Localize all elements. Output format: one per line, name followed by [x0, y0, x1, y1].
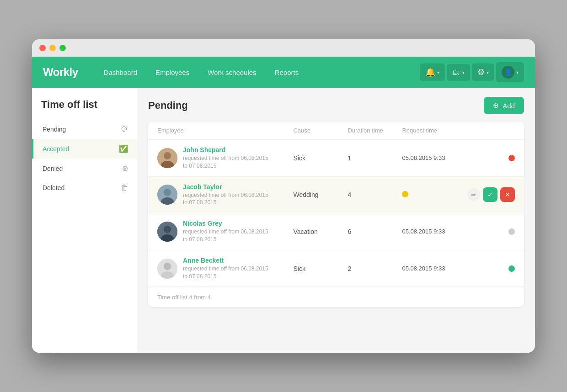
table-row: Nicolas Grey requested time off from 06.… — [148, 213, 524, 250]
cause-cell-nicolas: Vacation — [293, 228, 348, 235]
nicolas-avatar-svg — [157, 222, 177, 242]
add-button-label: Add — [503, 102, 515, 110]
avatar-john — [157, 148, 177, 168]
x-circle-icon: ⊗ — [122, 164, 128, 173]
col-request-time: Request time — [402, 127, 478, 134]
anne-avatar-svg — [157, 259, 177, 279]
status-dot-red — [508, 155, 515, 161]
request-time-cell-nicolas: 05.08.2015 9:33 — [402, 228, 478, 235]
cause-cell-anne: Sick — [293, 265, 348, 272]
sidebar-item-pending-label: Pending — [43, 126, 66, 133]
logo: Workly — [43, 66, 78, 79]
employee-cell-nicolas: Nicolas Grey requested time off from 06.… — [157, 220, 293, 244]
avatar-anne — [157, 259, 177, 279]
status-cell-john — [478, 155, 515, 161]
check-circle-icon: ✅ — [119, 144, 128, 153]
navbar: Workly Dashboard Employees Work schedule… — [32, 57, 535, 88]
nav-dashboard[interactable]: Dashboard — [96, 65, 144, 80]
user-profile-button[interactable]: 👤 ▾ — [496, 62, 524, 82]
employee-name-jacob: Jacob Taylor — [183, 183, 268, 191]
nav-employees[interactable]: Employees — [148, 65, 197, 80]
sidebar-item-deleted[interactable]: Deleted 🗑 — [32, 178, 137, 197]
status-cell-nicolas — [478, 228, 515, 235]
john-avatar-svg — [157, 148, 177, 168]
employee-name-john: John Shepard — [183, 146, 268, 154]
titlebar — [32, 39, 535, 57]
status-dot-yellow — [402, 191, 408, 197]
app-window: Workly Dashboard Employees Work schedule… — [32, 39, 535, 353]
approve-button-jacob[interactable]: ✓ — [483, 187, 497, 202]
employee-info-jacob: Jacob Taylor requested time off from 06.… — [183, 183, 268, 207]
sidebar-item-pending[interactable]: Pending ⏱ — [32, 120, 137, 139]
chevron-down-icon: ▾ — [462, 70, 465, 75]
nav-actions: 🔔 ▾ 🗂 ▾ ⚙ ▾ 👤 ▾ — [420, 62, 524, 82]
employee-name-anne: Anne Beckett — [183, 257, 268, 264]
employee-sub-anne: requested time off from 06.08.2015to 07.… — [183, 265, 268, 281]
duration-cell-anne: 2 — [348, 265, 402, 272]
add-button[interactable]: ⊕ Add — [484, 97, 524, 114]
action-buttons-jacob: ✏ ✓ ✕ — [467, 187, 515, 202]
chevron-down-icon: ▾ — [516, 70, 519, 75]
content-header: Pending ⊕ Add — [148, 97, 524, 114]
edit-button-jacob[interactable]: ✏ — [467, 188, 480, 201]
col-duration: Duration time — [348, 127, 402, 134]
svg-point-10 — [164, 263, 171, 270]
employee-info-anne: Anne Beckett requested time off from 06.… — [183, 257, 268, 281]
folder-button[interactable]: 🗂 ▾ — [447, 64, 470, 81]
sidebar-item-denied[interactable]: Denied ⊗ — [32, 159, 137, 178]
gear-icon: ⚙ — [477, 67, 485, 77]
maximize-button[interactable] — [59, 45, 66, 51]
request-time-cell-john: 05.08.2015 9:33 — [402, 154, 478, 161]
notifications-button[interactable]: 🔔 ▾ — [420, 64, 445, 81]
main-content: Time off list Pending ⏱ Accepted ✅ Denie… — [32, 88, 535, 353]
employee-sub-john: requested time off from 06.08.2015to 07.… — [183, 154, 268, 170]
svg-point-7 — [164, 226, 171, 233]
nav-reports[interactable]: Reports — [267, 65, 306, 80]
request-time-cell-anne: 05.08.2015 9:33 — [402, 265, 478, 272]
status-dot-green — [508, 265, 515, 272]
time-off-table: Employee Cause Duration time Request tim… — [148, 122, 524, 307]
sidebar-title: Time off list — [32, 99, 137, 120]
nav-work-schedules[interactable]: Work schedules — [200, 65, 263, 80]
table-footer: Time off list 4 from 4 — [148, 287, 524, 307]
duration-cell-nicolas: 6 — [348, 228, 402, 235]
employee-sub-nicolas: requested time off from 06.08.2015to 07.… — [183, 228, 268, 244]
trash-icon: 🗑 — [121, 184, 128, 192]
col-cause: Cause — [293, 127, 348, 134]
status-cell-anne — [478, 265, 515, 272]
chevron-down-icon: ▾ — [487, 70, 489, 75]
nav-links: Dashboard Employees Work schedules Repor… — [96, 65, 420, 80]
table-header: Employee Cause Duration time Request tim… — [148, 122, 524, 140]
deny-button-jacob[interactable]: ✕ — [500, 187, 515, 202]
settings-button[interactable]: ⚙ ▾ — [472, 64, 494, 81]
sidebar-item-accepted[interactable]: Accepted ✅ — [32, 139, 137, 159]
status-dot-gray — [508, 228, 515, 235]
content-area: Pending ⊕ Add Employee Cause Duration ti… — [137, 88, 535, 353]
avatar-jacob — [157, 185, 177, 205]
minimize-button[interactable] — [49, 45, 56, 51]
cause-cell-jacob: Wedding — [293, 191, 348, 198]
sidebar-item-deleted-label: Deleted — [43, 184, 64, 191]
employee-name-nicolas: Nicolas Grey — [183, 220, 268, 227]
employee-sub-jacob: requested time off from 06.08.2015to 07.… — [183, 191, 268, 207]
chevron-down-icon: ▾ — [437, 70, 439, 75]
status-cell-jacob: ✏ ✓ ✕ — [478, 187, 515, 202]
employee-cell-john: John Shepard requested time off from 06.… — [157, 146, 293, 170]
svg-point-4 — [164, 189, 171, 196]
employee-info-john: John Shepard requested time off from 06.… — [183, 146, 268, 170]
folder-icon: 🗂 — [452, 68, 460, 77]
sidebar-item-accepted-label: Accepted — [43, 145, 69, 153]
employee-info-nicolas: Nicolas Grey requested time off from 06.… — [183, 220, 268, 244]
plus-circle-icon: ⊕ — [493, 101, 499, 110]
col-employee: Employee — [157, 127, 293, 134]
col-actions — [478, 127, 515, 134]
bell-icon: 🔔 — [425, 67, 435, 77]
duration-cell-jacob: 4 — [348, 191, 402, 198]
sidebar: Time off list Pending ⏱ Accepted ✅ Denie… — [32, 88, 137, 353]
content-title: Pending — [148, 100, 188, 111]
clock-icon: ⏱ — [121, 125, 128, 133]
sidebar-item-denied-label: Denied — [43, 165, 63, 172]
close-button[interactable] — [39, 45, 46, 51]
table-row: John Shepard requested time off from 06.… — [148, 140, 524, 177]
table-row: Anne Beckett requested time off from 06.… — [148, 250, 524, 287]
